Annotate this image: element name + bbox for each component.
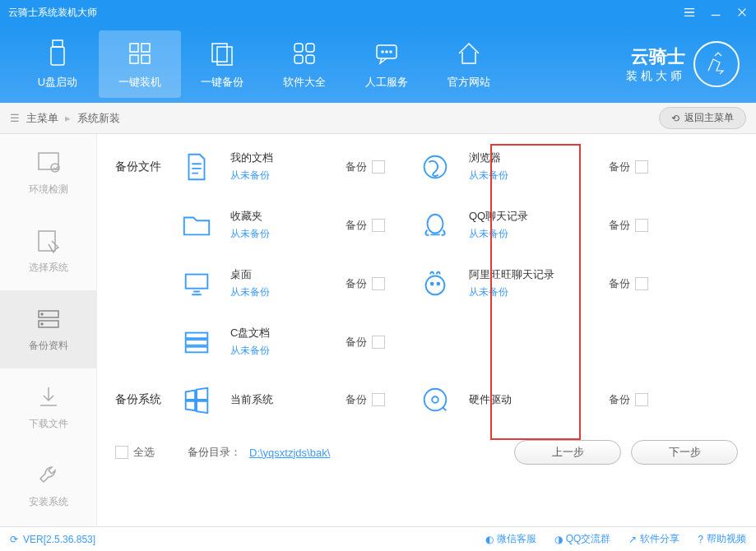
- svg-point-22: [41, 323, 43, 325]
- checkbox-drivers[interactable]: [635, 393, 648, 406]
- svg-rect-30: [186, 340, 208, 345]
- document-icon: [181, 151, 212, 183]
- svg-rect-9: [306, 44, 314, 52]
- checkbox-browser[interactable]: [635, 160, 648, 174]
- desktop-icon: [181, 268, 212, 299]
- checkbox-desktop[interactable]: [372, 277, 385, 290]
- svg-point-14: [386, 51, 387, 53]
- logo: 云骑士 装机大师: [626, 41, 740, 87]
- sidebar-select-system[interactable]: 选择系统: [0, 212, 96, 290]
- share-software[interactable]: ↗软件分享: [628, 532, 679, 546]
- svg-rect-1: [51, 47, 64, 65]
- svg-rect-5: [141, 55, 150, 63]
- prev-button[interactable]: 上一步: [514, 440, 621, 465]
- menu-icon[interactable]: [684, 7, 695, 18]
- wechat-support[interactable]: ◐微信客服: [485, 532, 536, 546]
- browser-icon: [420, 151, 451, 183]
- svg-point-26: [426, 276, 445, 294]
- nav-usb[interactable]: U盘启动: [16, 30, 99, 98]
- svg-point-27: [431, 282, 434, 285]
- select-all-checkbox[interactable]: [115, 446, 128, 459]
- back-arrow-icon: ⟲: [671, 113, 679, 124]
- svg-point-21: [41, 313, 43, 315]
- qq-icon: [420, 210, 451, 241]
- sidebar-install[interactable]: 安装系统: [0, 447, 96, 525]
- help-video[interactable]: ?帮助视频: [698, 532, 746, 546]
- svg-rect-0: [53, 40, 63, 47]
- disk-icon: [420, 384, 451, 415]
- sidebar-env-check[interactable]: 环境检测: [0, 134, 96, 212]
- nav-service[interactable]: 人工服务: [346, 30, 428, 98]
- minimize-icon[interactable]: [710, 7, 721, 18]
- sidebar-backup[interactable]: 备份资料: [0, 290, 96, 368]
- close-icon[interactable]: [736, 7, 748, 18]
- section-system: 备份系统: [115, 392, 181, 407]
- svg-point-13: [382, 51, 383, 53]
- checkbox-wangwang[interactable]: [635, 277, 648, 290]
- app-title: 云骑士系统装机大师: [8, 6, 97, 20]
- sidebar-download[interactable]: 下载文件: [0, 368, 96, 447]
- svg-point-23: [424, 155, 447, 178]
- nav-website[interactable]: 官方网站: [428, 30, 510, 98]
- svg-rect-16: [39, 153, 58, 169]
- checkbox-qq[interactable]: [635, 219, 648, 232]
- section-files: 备份文件: [115, 160, 181, 174]
- svg-rect-4: [130, 55, 138, 63]
- windows-icon: [181, 384, 212, 415]
- svg-rect-10: [295, 55, 303, 63]
- next-button[interactable]: 下一步: [631, 440, 738, 465]
- svg-rect-25: [186, 274, 208, 288]
- qq-group[interactable]: ◑QQ交流群: [554, 532, 611, 546]
- nav-software[interactable]: 软件大全: [263, 30, 346, 98]
- svg-point-33: [432, 396, 438, 403]
- version-label: VER[2.5.36.853]: [23, 534, 95, 545]
- nav-backup[interactable]: 一键备份: [181, 30, 263, 98]
- breadcrumb-main[interactable]: 主菜单: [26, 111, 58, 126]
- checkbox-mydocs[interactable]: [372, 160, 385, 174]
- folder-icon: [181, 210, 212, 241]
- svg-point-24: [428, 214, 443, 233]
- svg-point-28: [437, 282, 439, 285]
- svg-point-32: [424, 389, 447, 411]
- svg-rect-31: [186, 346, 208, 352]
- checkbox-system[interactable]: [372, 393, 385, 406]
- svg-rect-8: [295, 44, 303, 52]
- svg-rect-11: [306, 55, 314, 63]
- list-icon: ☰: [10, 112, 20, 124]
- svg-point-15: [390, 51, 392, 53]
- svg-rect-3: [141, 44, 150, 52]
- server-icon: [181, 326, 212, 358]
- svg-rect-2: [130, 44, 138, 52]
- svg-rect-29: [186, 332, 208, 338]
- wangwang-icon: [420, 268, 451, 299]
- back-button[interactable]: ⟲ 返回主菜单: [659, 107, 746, 129]
- checkbox-favorites[interactable]: [372, 219, 385, 232]
- breadcrumb-current: 系统新装: [77, 111, 120, 126]
- refresh-icon[interactable]: ⟳: [10, 534, 18, 545]
- checkbox-cdrive[interactable]: [372, 336, 385, 349]
- nav-install[interactable]: 一键装机: [99, 30, 181, 98]
- backup-path-link[interactable]: D:\yqsxtzjds\bak\: [249, 447, 330, 459]
